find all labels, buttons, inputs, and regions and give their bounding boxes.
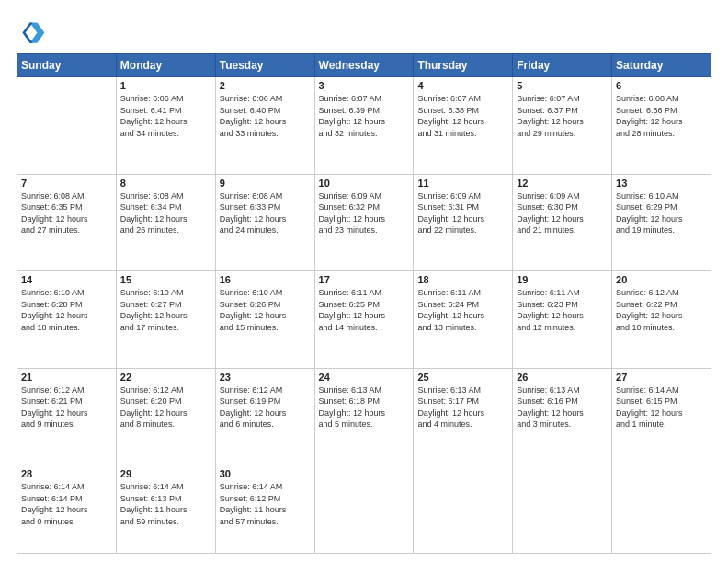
calendar-table: SundayMondayTuesdayWednesdayThursdayFrid… bbox=[17, 53, 711, 554]
calendar-cell: 29Sunrise: 6:14 AM Sunset: 6:13 PM Dayli… bbox=[116, 465, 215, 554]
calendar-cell: 5Sunrise: 6:07 AM Sunset: 6:37 PM Daylig… bbox=[513, 77, 612, 175]
day-info: Sunrise: 6:12 AM Sunset: 6:22 PM Dayligh… bbox=[616, 287, 707, 333]
calendar-cell: 25Sunrise: 6:13 AM Sunset: 6:17 PM Dayli… bbox=[414, 368, 513, 465]
day-info: Sunrise: 6:10 AM Sunset: 6:29 PM Dayligh… bbox=[616, 190, 707, 236]
day-number: 1 bbox=[120, 80, 211, 91]
day-info: Sunrise: 6:07 AM Sunset: 6:38 PM Dayligh… bbox=[417, 93, 508, 139]
day-info: Sunrise: 6:14 AM Sunset: 6:15 PM Dayligh… bbox=[616, 385, 707, 431]
day-info: Sunrise: 6:13 AM Sunset: 6:18 PM Dayligh… bbox=[319, 385, 410, 431]
logo-icon bbox=[17, 17, 46, 46]
calendar-cell: 26Sunrise: 6:13 AM Sunset: 6:16 PM Dayli… bbox=[513, 368, 612, 465]
day-number: 6 bbox=[616, 80, 707, 91]
calendar-day-header: Wednesday bbox=[314, 54, 414, 77]
calendar-cell: 4Sunrise: 6:07 AM Sunset: 6:38 PM Daylig… bbox=[414, 77, 513, 175]
calendar-cell: 2Sunrise: 6:06 AM Sunset: 6:40 PM Daylig… bbox=[215, 77, 314, 175]
calendar-week-row: 28Sunrise: 6:14 AM Sunset: 6:14 PM Dayli… bbox=[17, 465, 711, 554]
calendar-cell: 6Sunrise: 6:08 AM Sunset: 6:36 PM Daylig… bbox=[612, 77, 711, 175]
day-number: 11 bbox=[417, 178, 508, 189]
logo bbox=[17, 17, 50, 46]
day-number: 5 bbox=[517, 80, 608, 91]
calendar-week-row: 7Sunrise: 6:08 AM Sunset: 6:35 PM Daylig… bbox=[17, 174, 711, 271]
calendar-cell: 22Sunrise: 6:12 AM Sunset: 6:20 PM Dayli… bbox=[116, 368, 215, 465]
calendar-cell: 15Sunrise: 6:10 AM Sunset: 6:27 PM Dayli… bbox=[116, 271, 215, 369]
calendar-cell: 14Sunrise: 6:10 AM Sunset: 6:28 PM Dayli… bbox=[17, 271, 117, 369]
header bbox=[17, 17, 711, 46]
day-info: Sunrise: 6:13 AM Sunset: 6:16 PM Dayligh… bbox=[517, 385, 608, 431]
day-number: 14 bbox=[21, 274, 112, 285]
calendar-cell: 11Sunrise: 6:09 AM Sunset: 6:31 PM Dayli… bbox=[414, 174, 513, 271]
calendar-cell: 9Sunrise: 6:08 AM Sunset: 6:33 PM Daylig… bbox=[215, 174, 314, 271]
calendar-cell: 3Sunrise: 6:07 AM Sunset: 6:39 PM Daylig… bbox=[314, 77, 414, 175]
calendar-cell bbox=[612, 465, 711, 554]
calendar-week-row: 1Sunrise: 6:06 AM Sunset: 6:41 PM Daylig… bbox=[17, 77, 711, 175]
day-info: Sunrise: 6:13 AM Sunset: 6:17 PM Dayligh… bbox=[417, 385, 508, 431]
calendar-cell: 10Sunrise: 6:09 AM Sunset: 6:32 PM Dayli… bbox=[314, 174, 414, 271]
calendar-cell: 30Sunrise: 6:14 AM Sunset: 6:12 PM Dayli… bbox=[215, 465, 314, 554]
day-number: 18 bbox=[417, 274, 508, 285]
calendar-day-header: Sunday bbox=[17, 54, 117, 77]
day-number: 16 bbox=[220, 274, 311, 285]
calendar-cell: 19Sunrise: 6:11 AM Sunset: 6:23 PM Dayli… bbox=[513, 271, 612, 369]
day-number: 19 bbox=[517, 274, 608, 285]
day-info: Sunrise: 6:07 AM Sunset: 6:37 PM Dayligh… bbox=[517, 93, 608, 139]
day-number: 8 bbox=[120, 178, 211, 189]
calendar-cell bbox=[314, 465, 414, 554]
calendar-day-header: Saturday bbox=[612, 54, 711, 77]
day-info: Sunrise: 6:12 AM Sunset: 6:19 PM Dayligh… bbox=[220, 385, 311, 431]
calendar-cell: 24Sunrise: 6:13 AM Sunset: 6:18 PM Dayli… bbox=[314, 368, 414, 465]
day-info: Sunrise: 6:11 AM Sunset: 6:24 PM Dayligh… bbox=[417, 287, 508, 333]
day-number: 9 bbox=[220, 178, 311, 189]
calendar-cell: 13Sunrise: 6:10 AM Sunset: 6:29 PM Dayli… bbox=[612, 174, 711, 271]
calendar-week-row: 21Sunrise: 6:12 AM Sunset: 6:21 PM Dayli… bbox=[17, 368, 711, 465]
calendar-day-header: Tuesday bbox=[215, 54, 314, 77]
day-number: 20 bbox=[616, 274, 707, 285]
day-info: Sunrise: 6:09 AM Sunset: 6:31 PM Dayligh… bbox=[417, 190, 508, 236]
calendar-cell: 12Sunrise: 6:09 AM Sunset: 6:30 PM Dayli… bbox=[513, 174, 612, 271]
page: SundayMondayTuesdayWednesdayThursdayFrid… bbox=[0, 0, 728, 563]
day-number: 7 bbox=[21, 178, 112, 189]
day-number: 2 bbox=[220, 80, 311, 91]
day-number: 30 bbox=[220, 468, 311, 479]
day-number: 24 bbox=[319, 372, 410, 383]
day-info: Sunrise: 6:11 AM Sunset: 6:25 PM Dayligh… bbox=[319, 287, 410, 333]
day-number: 21 bbox=[21, 372, 112, 383]
calendar-cell bbox=[17, 77, 117, 175]
day-info: Sunrise: 6:11 AM Sunset: 6:23 PM Dayligh… bbox=[517, 287, 608, 333]
day-info: Sunrise: 6:12 AM Sunset: 6:20 PM Dayligh… bbox=[120, 385, 211, 431]
day-info: Sunrise: 6:14 AM Sunset: 6:13 PM Dayligh… bbox=[120, 481, 211, 527]
calendar-cell: 17Sunrise: 6:11 AM Sunset: 6:25 PM Dayli… bbox=[314, 271, 414, 369]
calendar-cell: 23Sunrise: 6:12 AM Sunset: 6:19 PM Dayli… bbox=[215, 368, 314, 465]
calendar-cell: 20Sunrise: 6:12 AM Sunset: 6:22 PM Dayli… bbox=[612, 271, 711, 369]
calendar-header-row: SundayMondayTuesdayWednesdayThursdayFrid… bbox=[17, 54, 711, 77]
day-info: Sunrise: 6:06 AM Sunset: 6:41 PM Dayligh… bbox=[120, 93, 211, 139]
calendar-week-row: 14Sunrise: 6:10 AM Sunset: 6:28 PM Dayli… bbox=[17, 271, 711, 369]
day-number: 10 bbox=[319, 178, 410, 189]
day-info: Sunrise: 6:10 AM Sunset: 6:26 PM Dayligh… bbox=[220, 287, 311, 333]
day-number: 15 bbox=[120, 274, 211, 285]
day-info: Sunrise: 6:10 AM Sunset: 6:28 PM Dayligh… bbox=[21, 287, 112, 333]
day-info: Sunrise: 6:08 AM Sunset: 6:33 PM Dayligh… bbox=[220, 190, 311, 236]
svg-marker-0 bbox=[29, 22, 44, 42]
day-number: 13 bbox=[616, 178, 707, 189]
day-info: Sunrise: 6:07 AM Sunset: 6:39 PM Dayligh… bbox=[319, 93, 410, 139]
day-info: Sunrise: 6:12 AM Sunset: 6:21 PM Dayligh… bbox=[21, 385, 112, 431]
calendar-cell bbox=[414, 465, 513, 554]
calendar-cell: 16Sunrise: 6:10 AM Sunset: 6:26 PM Dayli… bbox=[215, 271, 314, 369]
day-info: Sunrise: 6:08 AM Sunset: 6:34 PM Dayligh… bbox=[120, 190, 211, 236]
day-info: Sunrise: 6:09 AM Sunset: 6:32 PM Dayligh… bbox=[319, 190, 410, 236]
day-info: Sunrise: 6:14 AM Sunset: 6:12 PM Dayligh… bbox=[220, 481, 311, 527]
day-number: 25 bbox=[417, 372, 508, 383]
day-info: Sunrise: 6:14 AM Sunset: 6:14 PM Dayligh… bbox=[21, 481, 112, 527]
calendar-day-header: Thursday bbox=[414, 54, 513, 77]
day-number: 27 bbox=[616, 372, 707, 383]
calendar-day-header: Monday bbox=[116, 54, 215, 77]
day-info: Sunrise: 6:09 AM Sunset: 6:30 PM Dayligh… bbox=[517, 190, 608, 236]
svg-marker-1 bbox=[22, 22, 32, 42]
day-info: Sunrise: 6:08 AM Sunset: 6:35 PM Dayligh… bbox=[21, 190, 112, 236]
day-number: 29 bbox=[120, 468, 211, 479]
day-number: 3 bbox=[319, 80, 410, 91]
day-number: 22 bbox=[120, 372, 211, 383]
day-number: 17 bbox=[319, 274, 410, 285]
calendar-cell: 8Sunrise: 6:08 AM Sunset: 6:34 PM Daylig… bbox=[116, 174, 215, 271]
day-info: Sunrise: 6:10 AM Sunset: 6:27 PM Dayligh… bbox=[120, 287, 211, 333]
